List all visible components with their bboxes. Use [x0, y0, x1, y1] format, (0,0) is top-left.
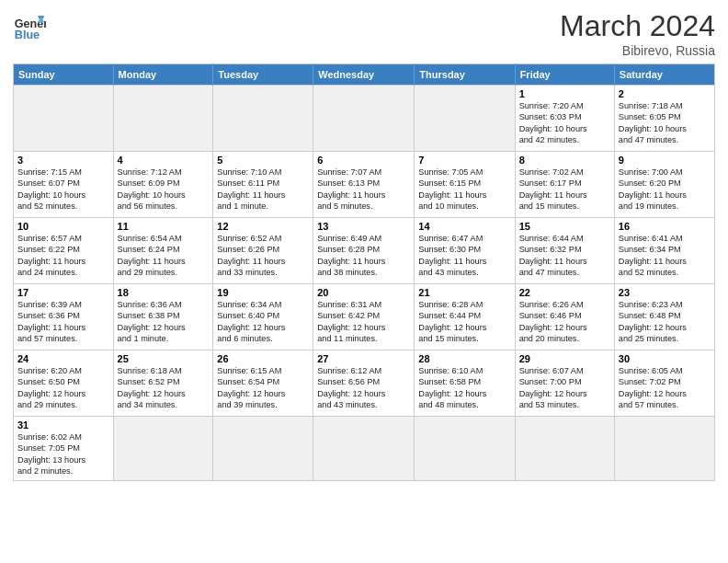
day-number: 3: [17, 155, 109, 166]
calendar-day: 16Sunrise: 6:41 AM Sunset: 6:34 PM Dayli…: [614, 218, 714, 284]
day-info: Sunrise: 6:20 AM Sunset: 6:50 PM Dayligh…: [17, 365, 109, 411]
calendar-day: 24Sunrise: 6:20 AM Sunset: 6:50 PM Dayli…: [14, 350, 114, 417]
calendar-day: 28Sunrise: 6:10 AM Sunset: 6:58 PM Dayli…: [415, 350, 515, 417]
logo: General Blue: [13, 9, 46, 42]
day-number: 2: [619, 88, 711, 99]
day-info: Sunrise: 7:05 AM Sunset: 6:15 PM Dayligh…: [418, 167, 510, 213]
day-number: 13: [317, 221, 410, 232]
day-number: 6: [317, 155, 410, 166]
svg-text:Blue: Blue: [15, 29, 40, 41]
day-info: Sunrise: 6:41 AM Sunset: 6:34 PM Dayligh…: [619, 233, 711, 279]
calendar-day: 9Sunrise: 7:00 AM Sunset: 6:20 PM Daylig…: [614, 152, 714, 218]
calendar-day: 10Sunrise: 6:57 AM Sunset: 6:22 PM Dayli…: [14, 218, 114, 284]
day-info: Sunrise: 6:28 AM Sunset: 6:44 PM Dayligh…: [418, 299, 510, 345]
day-info: Sunrise: 6:39 AM Sunset: 6:36 PM Dayligh…: [17, 299, 109, 345]
day-info: Sunrise: 6:44 AM Sunset: 6:32 PM Dayligh…: [519, 233, 610, 279]
calendar-day: 26Sunrise: 6:15 AM Sunset: 6:54 PM Dayli…: [213, 350, 313, 417]
location-subtitle: Bibirevo, Russia: [560, 43, 715, 58]
day-info: Sunrise: 7:20 AM Sunset: 6:03 PM Dayligh…: [519, 100, 610, 146]
calendar-week-2: 3Sunrise: 7:15 AM Sunset: 6:07 PM Daylig…: [14, 152, 715, 218]
day-number: 5: [217, 155, 309, 166]
calendar-day: 22Sunrise: 6:26 AM Sunset: 6:46 PM Dayli…: [515, 284, 614, 350]
day-number: 8: [519, 155, 610, 166]
calendar-day: 6Sunrise: 7:07 AM Sunset: 6:13 PM Daylig…: [313, 152, 415, 218]
calendar-day: 11Sunrise: 6:54 AM Sunset: 6:24 PM Dayli…: [113, 218, 213, 284]
day-number: 9: [619, 155, 711, 166]
day-info: Sunrise: 6:36 AM Sunset: 6:38 PM Dayligh…: [118, 299, 210, 345]
day-info: Sunrise: 6:31 AM Sunset: 6:42 PM Dayligh…: [317, 299, 410, 345]
day-number: 16: [619, 221, 711, 232]
day-info: Sunrise: 6:52 AM Sunset: 6:26 PM Dayligh…: [217, 233, 309, 279]
day-number: 15: [519, 221, 610, 232]
col-thursday: Thursday: [415, 64, 515, 86]
day-info: Sunrise: 6:10 AM Sunset: 6:58 PM Dayligh…: [418, 365, 510, 411]
calendar-day: 18Sunrise: 6:36 AM Sunset: 6:38 PM Dayli…: [113, 284, 213, 350]
day-number: 11: [118, 221, 210, 232]
calendar-day: 31Sunrise: 6:02 AM Sunset: 7:05 PM Dayli…: [14, 417, 114, 481]
calendar-day: [14, 86, 114, 152]
day-info: Sunrise: 6:07 AM Sunset: 7:00 PM Dayligh…: [519, 365, 610, 411]
col-tuesday: Tuesday: [213, 64, 313, 86]
calendar-day: [415, 86, 515, 152]
day-number: 22: [519, 287, 610, 298]
day-number: 17: [17, 287, 109, 298]
calendar-day: 15Sunrise: 6:44 AM Sunset: 6:32 PM Dayli…: [515, 218, 614, 284]
calendar-day: 30Sunrise: 6:05 AM Sunset: 7:02 PM Dayli…: [614, 350, 714, 417]
calendar-day: 23Sunrise: 6:23 AM Sunset: 6:48 PM Dayli…: [614, 284, 714, 350]
day-info: Sunrise: 6:54 AM Sunset: 6:24 PM Dayligh…: [118, 233, 210, 279]
calendar-day: 3Sunrise: 7:15 AM Sunset: 6:07 PM Daylig…: [14, 152, 114, 218]
day-number: 24: [17, 353, 109, 364]
day-number: 26: [217, 353, 309, 364]
calendar-day: [113, 417, 213, 481]
day-number: 14: [418, 221, 510, 232]
calendar-week-1: 1Sunrise: 7:20 AM Sunset: 6:03 PM Daylig…: [14, 86, 715, 152]
calendar-day: 21Sunrise: 6:28 AM Sunset: 6:44 PM Dayli…: [415, 284, 515, 350]
page-header: General Blue March 2024 Bibirevo, Russia: [13, 9, 715, 58]
calendar-day: 7Sunrise: 7:05 AM Sunset: 6:15 PM Daylig…: [415, 152, 515, 218]
calendar-day: [614, 417, 714, 481]
calendar-day: 1Sunrise: 7:20 AM Sunset: 6:03 PM Daylig…: [515, 86, 614, 152]
calendar-week-6: 31Sunrise: 6:02 AM Sunset: 7:05 PM Dayli…: [14, 417, 715, 481]
col-friday: Friday: [515, 64, 614, 86]
day-number: 21: [418, 287, 510, 298]
calendar-day: 5Sunrise: 7:10 AM Sunset: 6:11 PM Daylig…: [213, 152, 313, 218]
calendar-table: Sunday Monday Tuesday Wednesday Thursday…: [13, 63, 715, 481]
calendar-day: [213, 86, 313, 152]
calendar-day: 20Sunrise: 6:31 AM Sunset: 6:42 PM Dayli…: [313, 284, 415, 350]
calendar-day: [415, 417, 515, 481]
day-info: Sunrise: 6:34 AM Sunset: 6:40 PM Dayligh…: [217, 299, 309, 345]
calendar-day: 19Sunrise: 6:34 AM Sunset: 6:40 PM Dayli…: [213, 284, 313, 350]
day-number: 20: [317, 287, 410, 298]
day-info: Sunrise: 7:00 AM Sunset: 6:20 PM Dayligh…: [619, 167, 711, 213]
title-block: March 2024 Bibirevo, Russia: [560, 9, 715, 58]
day-number: 12: [217, 221, 309, 232]
day-number: 18: [118, 287, 210, 298]
col-sunday: Sunday: [14, 64, 114, 86]
day-info: Sunrise: 7:12 AM Sunset: 6:09 PM Dayligh…: [118, 167, 210, 213]
day-info: Sunrise: 7:10 AM Sunset: 6:11 PM Dayligh…: [217, 167, 309, 213]
day-info: Sunrise: 7:02 AM Sunset: 6:17 PM Dayligh…: [519, 167, 610, 213]
day-number: 19: [217, 287, 309, 298]
day-number: 23: [619, 287, 711, 298]
day-info: Sunrise: 6:23 AM Sunset: 6:48 PM Dayligh…: [619, 299, 711, 345]
day-info: Sunrise: 6:15 AM Sunset: 6:54 PM Dayligh…: [217, 365, 309, 411]
calendar-day: 12Sunrise: 6:52 AM Sunset: 6:26 PM Dayli…: [213, 218, 313, 284]
calendar-day: 27Sunrise: 6:12 AM Sunset: 6:56 PM Dayli…: [313, 350, 415, 417]
calendar-day: 17Sunrise: 6:39 AM Sunset: 6:36 PM Dayli…: [14, 284, 114, 350]
day-number: 27: [317, 353, 410, 364]
day-number: 29: [519, 353, 610, 364]
calendar-day: 8Sunrise: 7:02 AM Sunset: 6:17 PM Daylig…: [515, 152, 614, 218]
day-info: Sunrise: 6:26 AM Sunset: 6:46 PM Dayligh…: [519, 299, 610, 345]
calendar-week-4: 17Sunrise: 6:39 AM Sunset: 6:36 PM Dayli…: [14, 284, 715, 350]
day-info: Sunrise: 6:02 AM Sunset: 7:05 PM Dayligh…: [17, 431, 109, 477]
day-info: Sunrise: 7:18 AM Sunset: 6:05 PM Dayligh…: [619, 100, 711, 146]
calendar-day: 14Sunrise: 6:47 AM Sunset: 6:30 PM Dayli…: [415, 218, 515, 284]
day-number: 28: [418, 353, 510, 364]
col-monday: Monday: [113, 64, 213, 86]
day-info: Sunrise: 7:07 AM Sunset: 6:13 PM Dayligh…: [317, 167, 410, 213]
calendar-week-5: 24Sunrise: 6:20 AM Sunset: 6:50 PM Dayli…: [14, 350, 715, 417]
day-number: 4: [118, 155, 210, 166]
month-year-title: March 2024: [560, 9, 715, 43]
col-saturday: Saturday: [614, 64, 714, 86]
day-number: 7: [418, 155, 510, 166]
